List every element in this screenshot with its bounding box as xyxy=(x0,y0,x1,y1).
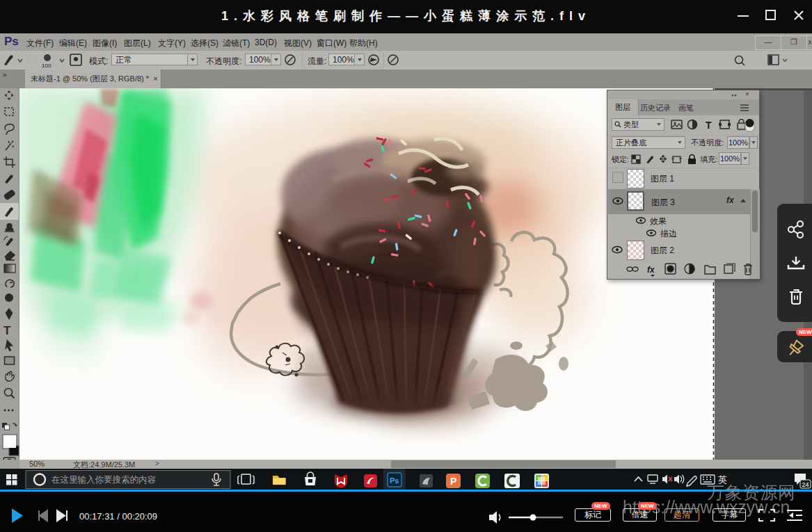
svg-text:Ps: Ps xyxy=(390,476,399,485)
svg-text:24: 24 xyxy=(802,481,809,488)
svg-text:P: P xyxy=(450,476,456,487)
svg-text:T: T xyxy=(706,120,712,131)
svg-text:100: 100 xyxy=(42,63,51,69)
svg-text:T: T xyxy=(3,324,11,337)
svg-text:fx: fx xyxy=(647,265,655,275)
svg-text:在这里输入你要搜索的内容: 在这里输入你要搜索的内容 xyxy=(51,475,157,485)
